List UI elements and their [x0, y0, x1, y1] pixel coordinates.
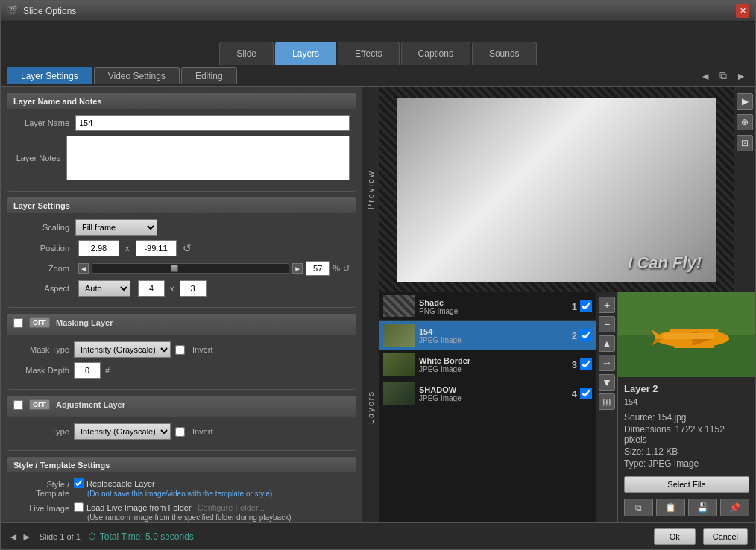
aspect-label: Aspect — [13, 284, 69, 293]
titlebar: 🎬 Slide Options ✕ — [1, 1, 755, 22]
layer-move-up-btn[interactable]: ▲ — [599, 335, 615, 352]
mask-depth-input[interactable] — [74, 362, 101, 379]
scaling-select[interactable]: Fill frame Fit to frame Stretch to frame… — [75, 219, 157, 236]
bottom-navigation: ◄ ► — [8, 531, 32, 543]
aspect-select[interactable]: Auto Free Original — [78, 280, 130, 297]
live-image-checkbox[interactable] — [74, 502, 84, 512]
nav-copy-icon[interactable]: ⧉ — [716, 68, 730, 83]
live-image-label: Live Image — [13, 504, 69, 513]
zoom-value-input[interactable] — [306, 261, 330, 276]
subtab-editing[interactable]: Editing — [181, 67, 237, 84]
layer-num-154: 2 — [572, 330, 577, 341]
layer-info-shadow: SHADOW JPEG Image — [419, 385, 572, 402]
layer-info-154: 154 JPEG Image — [419, 327, 572, 344]
layer-info-panel: Layer 2 154 Source: 154.jpg Dimensions: … — [617, 292, 755, 522]
layer-move-down-btn[interactable]: ▼ — [599, 374, 615, 391]
tab-captions[interactable]: Captions — [401, 42, 470, 65]
cancel-button[interactable]: Cancel — [703, 528, 748, 545]
layer-info-whiteborder: White Border JPEG Image — [419, 356, 572, 373]
zoom-arrows: ◄ — [78, 263, 89, 274]
slide-info: Slide 1 of 1 — [40, 532, 81, 541]
preview-fit-btn[interactable]: ⊡ — [737, 135, 753, 151]
masking-off-badge: OFF — [29, 317, 50, 328]
select-file-button[interactable]: Select File — [624, 476, 749, 493]
layer-thumb-154 — [383, 324, 415, 347]
layer-extra-btn[interactable]: ⊞ — [599, 393, 615, 410]
layer-vis-shade[interactable] — [580, 300, 592, 312]
layer-item-shadow[interactable]: SHADOW JPEG Image 4 — [379, 379, 596, 408]
position-row: Position x ↺ — [13, 240, 350, 256]
zoom-label: Zoom — [13, 264, 69, 273]
zoom-reset-icon[interactable]: ↺ — [343, 264, 350, 274]
preview-play-btn[interactable]: ▶ — [737, 93, 753, 110]
subtab-layer-settings[interactable]: Layer Settings — [7, 67, 92, 84]
layer-remove-btn[interactable]: − — [599, 316, 615, 332]
zoom-track[interactable] — [92, 263, 289, 274]
masking-toggle[interactable] — [13, 318, 23, 328]
aspect-y-input[interactable] — [180, 280, 207, 297]
preview-text: I Can Fly! — [628, 253, 702, 273]
layer-vis-154[interactable] — [580, 329, 592, 341]
position-y-input[interactable] — [136, 240, 177, 256]
layer-detail-source: Source: 154.jpg — [624, 412, 749, 423]
position-reset-icon[interactable]: ↺ — [183, 242, 192, 254]
close-button[interactable]: ✕ — [736, 4, 749, 18]
aspect-row: Aspect Auto Free Original x — [13, 280, 350, 297]
layer-move-horizontal-btn[interactable]: ↔ — [599, 355, 615, 371]
subtab-video-settings[interactable]: Video Settings — [94, 67, 180, 84]
aspect-x-input[interactable] — [138, 280, 165, 297]
position-x-input[interactable] — [78, 240, 119, 256]
layer-notes-row: Layer Notes — [13, 136, 350, 180]
mask-invert-checkbox[interactable] — [175, 345, 185, 355]
layer-type-154: JPEG Image — [419, 336, 572, 344]
layer-add-btn[interactable]: + — [599, 297, 615, 313]
type-label: Type: — [624, 458, 646, 469]
zoom-increase-btn[interactable]: ► — [292, 263, 303, 274]
tab-sounds[interactable]: Sounds — [472, 42, 537, 65]
mask-type-select[interactable]: Intensity (Grayscale) — [74, 341, 171, 358]
layer-settings-section: Layer Settings Scaling Fill frame Fit to… — [7, 197, 356, 308]
replaceable-check-row: Replaceable Layer — [74, 478, 272, 488]
ok-button[interactable]: Ok — [654, 528, 696, 545]
adjustment-type-select[interactable]: Intensity (Grayscale) — [74, 423, 171, 440]
left-panel: Layer Name and Notes Layer Name Layer No… — [1, 87, 362, 522]
layer-item-154[interactable]: 154 JPEG Image 2 — [379, 321, 596, 350]
style-template-body: Style / Template Replaceable Layer (Do n… — [7, 472, 356, 522]
tab-layers[interactable]: Layers — [275, 42, 336, 65]
layer-action-duplicate-btn[interactable]: 📋 — [656, 499, 685, 516]
adjustment-invert-checkbox[interactable] — [175, 427, 185, 437]
svg-rect-6 — [674, 345, 715, 348]
zoom-decrease-btn[interactable]: ◄ — [78, 263, 89, 274]
tab-slide[interactable]: Slide — [219, 42, 274, 65]
nav-next-icon[interactable]: ► — [733, 69, 749, 83]
zoom-row: Zoom ◄ ► % ↺ — [13, 261, 350, 276]
position-label: Position — [13, 244, 69, 253]
live-image-check-row: Load Live Image from Folder Configure Fo… — [74, 502, 291, 512]
sub-nav: ◄ ⧉ ► — [697, 68, 749, 83]
nav-prev-icon[interactable]: ◄ — [697, 69, 714, 83]
layers-label: Layers — [366, 391, 375, 424]
bottom-prev-btn[interactable]: ◄ — [8, 531, 19, 543]
masking-body: Mask Type Intensity (Grayscale) Invert M… — [7, 335, 356, 389]
layer-vis-shadow[interactable] — [580, 388, 592, 399]
layer-notes-input[interactable] — [66, 136, 350, 180]
layer-name-input[interactable] — [75, 115, 350, 131]
adjustment-toggle[interactable] — [13, 400, 23, 410]
replaceable-checkbox[interactable] — [74, 478, 84, 488]
tab-effects[interactable]: Effects — [338, 42, 399, 65]
layer-action-copy-btn[interactable]: ⧉ — [624, 499, 653, 516]
zoom-arrows-right: ► — [292, 263, 303, 274]
layer-name-whiteborder: White Border — [419, 356, 572, 365]
bottom-next-btn[interactable]: ► — [22, 531, 32, 543]
layer-name-header: Layer Name and Notes — [7, 94, 356, 109]
window-title: Slide Options — [23, 6, 736, 16]
dimensions-label: Dimensions: — [624, 424, 673, 434]
layer-action-paste-btn[interactable]: 📌 — [720, 499, 749, 516]
layer-item-shade[interactable]: Shade PNG Image 1 — [379, 292, 596, 321]
size-value: 1,12 KB — [646, 446, 678, 457]
layer-item-whiteborder[interactable]: White Border JPEG Image 3 — [379, 350, 596, 379]
preview-zoom-in-btn[interactable]: ⊕ — [737, 114, 753, 130]
layer-vis-whiteborder[interactable] — [580, 358, 592, 370]
scaling-row: Scaling Fill frame Fit to frame Stretch … — [13, 219, 350, 236]
layer-action-save-btn[interactable]: 💾 — [688, 499, 717, 516]
